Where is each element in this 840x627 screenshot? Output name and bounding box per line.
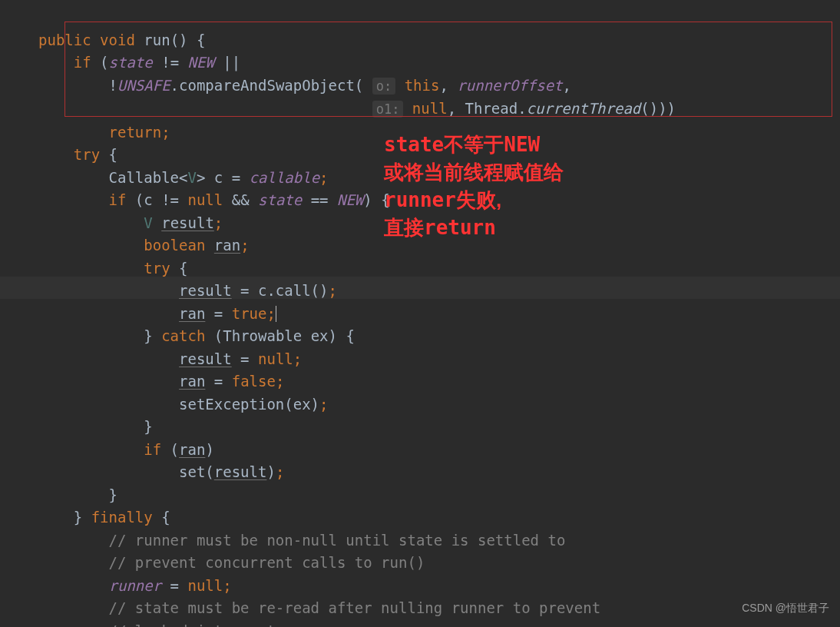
annot-text: 失败, <box>456 188 501 211</box>
keyword-public: public <box>38 32 91 48</box>
semicolon: ; <box>266 305 275 322</box>
text: (c != <box>126 191 187 208</box>
method-set: set( <box>179 463 214 480</box>
paren: ) <box>205 441 213 458</box>
type: Callable< <box>109 169 188 186</box>
sp <box>153 214 161 231</box>
semicolon: ; <box>319 169 328 186</box>
var-ran: ran <box>179 373 205 390</box>
method-currentthread: currentThread <box>527 100 641 117</box>
semicolon: ; <box>161 124 170 141</box>
var-result: result <box>179 282 232 299</box>
const-new: NEW <box>188 54 214 71</box>
op: != <box>153 54 188 71</box>
var-result: result <box>179 350 232 367</box>
field-unsafe: UNSAFE <box>117 77 170 94</box>
brace: } <box>74 509 91 526</box>
semicolon: ; <box>319 396 328 413</box>
paren: ) <box>266 463 275 480</box>
punct: ( <box>91 54 109 71</box>
brace: { <box>100 146 117 163</box>
var-result: result <box>214 463 267 480</box>
field-state: state <box>109 54 153 71</box>
comment: // prevent concurrent calls to run() <box>109 554 425 571</box>
comma: , <box>439 77 457 94</box>
field-callable: callable <box>250 169 320 186</box>
text: = c.call() <box>232 282 329 299</box>
annot-new: NEW <box>504 133 540 156</box>
var-ran: ran <box>179 305 205 322</box>
semicolon: ; <box>293 350 302 367</box>
keyword-catch: catch <box>161 327 205 344</box>
keyword-null: null <box>412 100 448 117</box>
const-new: NEW <box>337 191 363 208</box>
keyword-boolean: boolean <box>144 237 205 254</box>
text-caret <box>276 306 276 322</box>
param-hint: o: <box>372 78 395 95</box>
semicolon: ; <box>214 214 223 231</box>
brace: { <box>170 260 188 277</box>
keyword-try: try <box>144 260 170 277</box>
field-state: state <box>258 191 302 208</box>
keyword-true: true <box>232 305 267 322</box>
op-or: || <box>214 54 240 71</box>
text: , Thread. <box>448 100 527 117</box>
var-result: result <box>161 214 214 231</box>
annot-text: 不等于 <box>444 133 504 156</box>
keyword-if: if <box>74 54 91 71</box>
comment: // runner must be non-null until state i… <box>109 532 566 549</box>
semicolon: ; <box>223 577 231 594</box>
sp <box>395 77 404 94</box>
punct: () { <box>170 32 206 48</box>
annot-text: 直接 <box>384 216 424 239</box>
punct: ())) <box>640 100 676 117</box>
annot-state: state <box>384 133 444 156</box>
annot-return: return <box>424 216 496 239</box>
text: > c = <box>197 169 250 186</box>
annot-text: 或将当前线程赋值给 <box>384 161 564 184</box>
keyword-if: if <box>109 191 127 208</box>
op-eq: = <box>205 305 231 322</box>
semicolon: ; <box>276 373 284 390</box>
annotation-text: state不等于NEW 或将当前线程赋值给 runner失败, 直接return <box>384 131 564 241</box>
watermark: CSDN @悟世君子 <box>742 597 829 620</box>
keyword-false: false <box>232 373 276 390</box>
comment: // state must be re-read after nulling r… <box>109 599 601 616</box>
text: (Throwable ex) { <box>205 327 354 344</box>
method-setexception: setException(ex) <box>179 396 319 413</box>
op-and: && <box>223 191 258 208</box>
semicolon: ; <box>240 237 249 254</box>
brace: } <box>109 486 117 503</box>
brace: } <box>144 327 161 344</box>
method-name: run <box>144 32 170 48</box>
op-eq: = <box>232 350 258 367</box>
op-eq: = <box>161 577 187 594</box>
keyword-if: if <box>144 441 161 458</box>
type-param: V <box>187 169 196 186</box>
keyword-null: null <box>258 350 293 367</box>
keyword-finally: finally <box>91 509 153 526</box>
brace: { <box>153 509 170 526</box>
method-call: .compareAndSwapObject( <box>170 77 372 94</box>
brace: } <box>144 418 152 435</box>
var-ran: ran <box>179 441 205 458</box>
keyword-null: null <box>187 577 223 594</box>
paren: ( <box>161 441 179 458</box>
sp <box>205 237 213 254</box>
bang: ! <box>109 77 117 94</box>
semicolon: ; <box>329 282 337 299</box>
sp <box>403 100 412 117</box>
keyword-try: try <box>74 146 100 163</box>
field-runner: runner <box>109 577 162 594</box>
comment: // leaked interrupts <box>109 622 285 628</box>
keyword-this: this <box>405 77 440 94</box>
keyword-return: return <box>109 124 162 141</box>
keyword-void: void <box>100 32 135 48</box>
code-editor[interactable]: public void run() { if (state != NEW || … <box>0 0 840 627</box>
type-param: V <box>144 214 152 231</box>
comma: , <box>563 77 571 94</box>
semicolon: ; <box>276 463 284 480</box>
keyword-null: null <box>187 191 223 208</box>
annot-runner: runner <box>384 188 456 211</box>
field-runneroffset: runnerOffset <box>457 77 562 94</box>
